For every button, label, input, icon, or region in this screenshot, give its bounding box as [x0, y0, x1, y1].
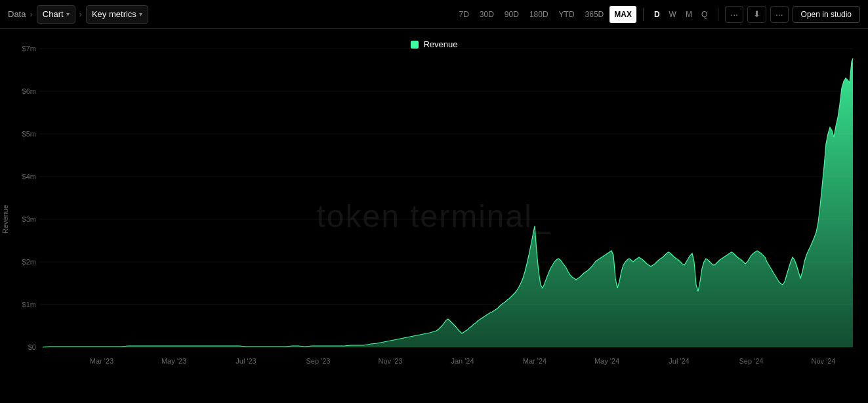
svg-text:$7m: $7m	[22, 45, 36, 53]
interval-w[interactable]: W	[665, 6, 680, 23]
time-max[interactable]: MAX	[610, 6, 636, 23]
download-icon: ⬇	[753, 9, 760, 19]
breadcrumb-sep-1: ›	[30, 9, 32, 19]
download-button[interactable]: ⬇	[747, 6, 766, 23]
svg-text:Jan '24: Jan '24	[451, 357, 474, 365]
open-in-studio-button[interactable]: Open in studio	[793, 6, 860, 23]
svg-text:Jul '24: Jul '24	[669, 357, 689, 365]
time-365d[interactable]: 365D	[581, 6, 609, 23]
svg-text:$4m: $4m	[22, 173, 36, 180]
svg-text:Nov '24: Nov '24	[812, 357, 836, 365]
more-icon: ···	[775, 9, 783, 20]
legend-label: Revenue	[423, 39, 457, 49]
time-90d[interactable]: 90D	[500, 6, 524, 23]
breadcrumb-sep-2: ›	[79, 9, 82, 19]
time-180d[interactable]: 180D	[525, 6, 553, 23]
svg-text:Sep '23: Sep '23	[306, 357, 331, 365]
svg-text:Mar '24: Mar '24	[523, 357, 547, 365]
svg-text:May '23: May '23	[161, 357, 186, 365]
chart-legend: Revenue	[410, 39, 457, 49]
svg-text:Nov '23: Nov '23	[379, 357, 403, 365]
interval-separator	[643, 8, 644, 21]
svg-text:Mar '23: Mar '23	[90, 357, 114, 365]
chart-svg: $7m $6m $5m $4m $3m $2m $1m $0 Mar '23 M…	[0, 29, 868, 403]
interval-q[interactable]: Q	[697, 6, 711, 23]
svg-text:$2m: $2m	[22, 258, 36, 266]
svg-text:$0: $0	[28, 343, 36, 351]
key-metrics-chevron-icon: ▾	[139, 11, 142, 18]
chart-container: Revenue token terminal_ $7m $6m $5m $4m …	[0, 29, 868, 403]
top-bar: Data › Chart ▾ › Key metrics ▾ 7D 30D 90…	[0, 0, 868, 29]
svg-text:$1m: $1m	[22, 301, 36, 308]
more-button[interactable]: ···	[770, 6, 789, 23]
svg-text:$6m: $6m	[22, 87, 36, 95]
svg-text:$5m: $5m	[22, 130, 36, 138]
time-30d[interactable]: 30D	[475, 6, 499, 23]
key-metrics-selector[interactable]: Key metrics ▾	[86, 5, 148, 24]
dots-icon: ···	[730, 9, 738, 20]
chart-selector[interactable]: Chart ▾	[37, 5, 75, 24]
svg-text:May '24: May '24	[594, 357, 619, 365]
svg-text:Revenue: Revenue	[1, 205, 9, 234]
time-7d[interactable]: 7D	[455, 6, 474, 23]
time-range-controls: 7D 30D 90D 180D YTD 365D MAX	[455, 6, 636, 23]
interval-separator-2	[718, 8, 718, 21]
svg-text:Jul '23: Jul '23	[236, 357, 256, 365]
extra-options-button[interactable]: ···	[725, 6, 743, 23]
interval-m[interactable]: M	[682, 6, 696, 23]
svg-text:$3m: $3m	[22, 215, 36, 223]
interval-controls: D W M Q	[650, 6, 711, 23]
time-ytd[interactable]: YTD	[554, 6, 579, 23]
breadcrumb-data[interactable]: Data	[8, 9, 26, 19]
interval-d[interactable]: D	[650, 6, 664, 23]
svg-text:Sep '24: Sep '24	[739, 357, 764, 365]
legend-color-dot	[410, 41, 418, 49]
chart-chevron-icon: ▾	[66, 11, 70, 18]
